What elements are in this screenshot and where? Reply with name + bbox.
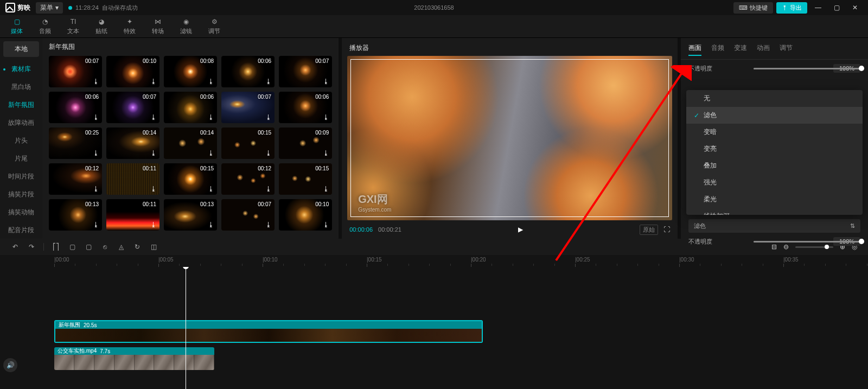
sidebar-header-local[interactable]: 本地 bbox=[3, 41, 39, 57]
material-item[interactable]: 00:10⭳ bbox=[106, 56, 159, 87]
player-viewport[interactable]: GXI网 Gsystem.com bbox=[347, 56, 672, 220]
freeze-button[interactable]: ⎋ bbox=[100, 243, 109, 251]
maximize-button[interactable]: ▢ bbox=[829, 4, 844, 11]
blend-option[interactable]: 叠加 bbox=[686, 157, 863, 174]
download-icon[interactable]: ⭳ bbox=[150, 78, 157, 85]
props-tab-anim[interactable]: 动画 bbox=[757, 43, 770, 56]
tab-transition[interactable]: ⋈转场 bbox=[152, 17, 164, 35]
download-icon[interactable]: ⭳ bbox=[322, 221, 330, 228]
tab-sticker[interactable]: ◕贴纸 bbox=[95, 17, 107, 35]
blend-option[interactable]: ✓滤色 bbox=[686, 107, 863, 124]
download-icon[interactable]: ⭳ bbox=[150, 113, 157, 121]
download-icon[interactable]: ⭳ bbox=[322, 78, 330, 85]
material-item[interactable]: 00:14⭳ bbox=[164, 127, 217, 159]
download-icon[interactable]: ⭳ bbox=[92, 78, 100, 85]
props-tab-picture[interactable]: 画面 bbox=[688, 43, 701, 56]
props-tab-audio[interactable]: 音频 bbox=[711, 43, 724, 56]
download-icon[interactable]: ⭳ bbox=[265, 149, 272, 157]
download-icon[interactable]: ⭳ bbox=[150, 185, 157, 193]
material-item[interactable]: 00:10⭳ bbox=[279, 199, 332, 231]
sidebar-item-newyear[interactable]: 新年氛围 bbox=[0, 96, 42, 114]
material-item[interactable]: 00:25⭳ bbox=[49, 127, 102, 159]
timeline-tracks[interactable]: 🔊 新年氛围 20.5s 公交车实拍.mp4 7.7s bbox=[0, 267, 868, 389]
material-item[interactable]: 00:11⭳ bbox=[106, 163, 159, 195]
tab-adjust[interactable]: ⚙调节 bbox=[208, 17, 220, 35]
material-item[interactable]: 00:07⭳ bbox=[221, 92, 275, 123]
undo-button[interactable]: ↶ bbox=[11, 243, 20, 251]
tab-text[interactable]: TI文本 bbox=[67, 17, 79, 35]
blend-option[interactable]: 强光 bbox=[686, 174, 863, 191]
material-item[interactable]: 00:11⭳ bbox=[106, 199, 159, 231]
sidebar-item-funny[interactable]: 搞笑片段 bbox=[0, 186, 42, 203]
track-mute-button[interactable]: 🔊 bbox=[3, 358, 17, 372]
props-tab-adjust[interactable]: 调节 bbox=[780, 43, 793, 56]
blend-option[interactable]: 变暗 bbox=[686, 124, 863, 141]
sidebar-item-animals[interactable]: 搞笑动物 bbox=[0, 203, 42, 221]
download-icon[interactable]: ⭳ bbox=[322, 113, 330, 121]
material-item[interactable]: 00:09⭳ bbox=[279, 127, 332, 159]
play-button[interactable]: ▶ bbox=[518, 226, 523, 233]
material-item[interactable]: 00:07⭳ bbox=[106, 92, 159, 123]
download-icon[interactable]: ⭳ bbox=[150, 221, 157, 228]
download-icon[interactable]: ⭳ bbox=[207, 78, 215, 85]
redo-button[interactable]: ↷ bbox=[27, 243, 36, 251]
material-item[interactable]: 00:13⭳ bbox=[49, 199, 102, 231]
download-icon[interactable]: ⭳ bbox=[265, 185, 272, 193]
material-item[interactable]: 00:06⭳ bbox=[221, 56, 275, 87]
export-button[interactable]: ⭱ 导出 bbox=[776, 2, 807, 14]
shortcuts-button[interactable]: ⌨ 快捷键 bbox=[733, 2, 773, 14]
download-icon[interactable]: ⭳ bbox=[92, 113, 100, 121]
blend-option[interactable]: 变亮 bbox=[686, 141, 863, 157]
material-item[interactable]: 00:06⭳ bbox=[279, 92, 332, 123]
zoom-slider[interactable] bbox=[795, 246, 833, 248]
material-item[interactable]: 00:07⭳ bbox=[221, 199, 275, 231]
sidebar-item-voiceover[interactable]: 配音片段 bbox=[0, 221, 42, 239]
tab-filter[interactable]: ◉滤镜 bbox=[180, 17, 192, 35]
original-ratio-button[interactable]: 原始 bbox=[640, 225, 658, 235]
delete-left-button[interactable]: ▢ bbox=[68, 243, 76, 251]
fullscreen-button[interactable]: ⛶ bbox=[663, 226, 670, 233]
split-button[interactable]: ⎡⎤ bbox=[52, 243, 60, 251]
download-icon[interactable]: ⭳ bbox=[265, 78, 272, 85]
sidebar-item-library[interactable]: 素材库 bbox=[0, 60, 42, 78]
tab-audio[interactable]: ◔音频 bbox=[39, 17, 51, 35]
delete-right-button[interactable]: ▢ bbox=[84, 243, 93, 251]
minimize-button[interactable]: — bbox=[810, 4, 826, 11]
download-icon[interactable]: ⭳ bbox=[92, 149, 100, 157]
sidebar-item-glitch[interactable]: 故障动画 bbox=[0, 114, 42, 132]
playhead[interactable] bbox=[186, 267, 186, 389]
clip-handle-right[interactable] bbox=[482, 321, 483, 342]
material-item[interactable]: 00:08⭳ bbox=[164, 56, 217, 87]
blend-option[interactable]: 线性加深 bbox=[686, 208, 863, 215]
crop-button[interactable]: ◫ bbox=[149, 243, 158, 251]
blend-option[interactable]: 无 bbox=[686, 90, 863, 107]
material-item[interactable]: 00:14⭳ bbox=[106, 127, 159, 159]
clip-overlay[interactable]: 新年氛围 20.5s bbox=[54, 320, 483, 343]
material-item[interactable]: 00:07⭳ bbox=[49, 56, 102, 87]
material-item[interactable]: 00:15⭳ bbox=[164, 163, 217, 195]
opacity-slider[interactable] bbox=[754, 68, 861, 69]
download-icon[interactable]: ⭳ bbox=[92, 221, 100, 228]
close-button[interactable]: ✕ bbox=[847, 4, 863, 11]
rotate-button[interactable]: ↻ bbox=[133, 243, 142, 251]
clip-main[interactable]: 公交车实拍.mp4 7.7s bbox=[54, 347, 214, 370]
material-item[interactable]: 00:06⭳ bbox=[164, 92, 217, 123]
sidebar-item-time[interactable]: 时间片段 bbox=[0, 168, 42, 186]
download-icon[interactable]: ⭳ bbox=[265, 221, 272, 228]
material-item[interactable]: 00:12⭳ bbox=[221, 163, 275, 195]
sidebar-item-outro[interactable]: 片尾 bbox=[0, 150, 42, 168]
tab-effect[interactable]: ✦特效 bbox=[124, 17, 136, 35]
download-icon[interactable]: ⭳ bbox=[207, 149, 215, 157]
download-icon[interactable]: ⭳ bbox=[207, 113, 215, 121]
tab-media[interactable]: ▢媒体 bbox=[11, 17, 23, 35]
material-item[interactable]: 00:15⭳ bbox=[279, 163, 332, 195]
download-icon[interactable]: ⭳ bbox=[150, 149, 157, 157]
material-item[interactable]: 00:13⭳ bbox=[164, 199, 217, 231]
blend-select[interactable]: 滤色 ⇅ bbox=[688, 219, 860, 233]
blend-dropdown[interactable]: 无✓滤色变暗变亮叠加强光柔光线性加深颜色加深颜色减淡正片叠底 bbox=[686, 90, 863, 215]
download-icon[interactable]: ⭳ bbox=[207, 185, 215, 193]
download-icon[interactable]: ⭳ bbox=[92, 185, 100, 193]
material-item[interactable]: 00:12⭳ bbox=[49, 163, 102, 195]
props-tab-speed[interactable]: 变速 bbox=[734, 43, 747, 56]
sidebar-item-bw[interactable]: 黑白场 bbox=[0, 78, 42, 96]
